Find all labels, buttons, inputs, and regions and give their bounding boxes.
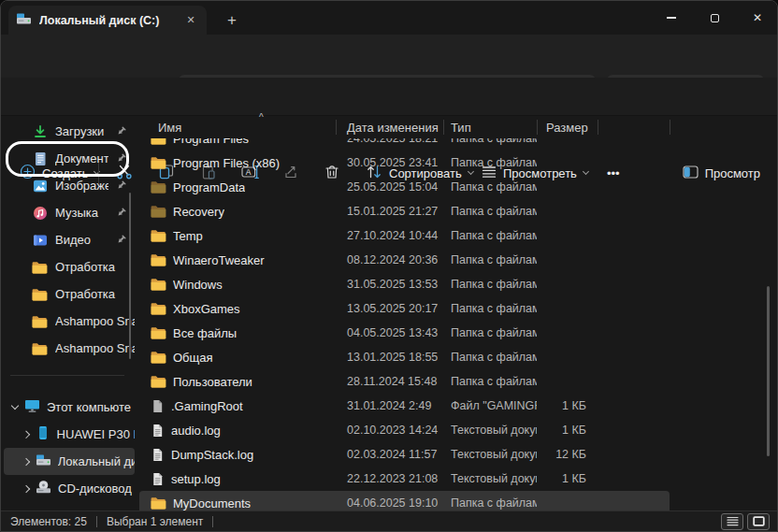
file-row[interactable]: Recovery15.01.2025 21:27Папка с файлами: [139, 199, 670, 223]
file-size: 1 КБ: [537, 424, 598, 437]
folder-icon: [151, 180, 166, 194]
sort-ascending-caret: ^: [259, 112, 264, 122]
sidebar-item-отработка[interactable]: Отработка: [4, 253, 135, 280]
file-name: Windows: [173, 278, 223, 292]
sidebar-item-label: Изображени: [55, 179, 108, 193]
sidebar-item-label: Ashampoo Snap: [55, 341, 135, 355]
list-scrollbar[interactable]: [767, 286, 770, 456]
file-name: Общая: [173, 351, 213, 365]
file-type: Папка с файлами: [443, 156, 537, 169]
sidebar-item-label: Загрузки: [55, 124, 108, 138]
sidebar-scrollbar[interactable]: [129, 193, 131, 359]
file-date: 25.05.2025 15:04: [336, 180, 443, 194]
file-date: 15.01.2025 21:27: [336, 205, 443, 218]
pin-icon: [116, 153, 126, 164]
sidebar-item-label: Музыка: [55, 206, 108, 220]
tab-close-icon[interactable]: ✕: [182, 12, 199, 29]
file-type: Файл "GAMINGR...: [443, 399, 537, 412]
view-toggles: [721, 513, 770, 530]
file-name-cell: Windows: [139, 278, 336, 292]
column-header-0[interactable]: Имя: [139, 121, 336, 135]
sidebar-item-label: Отработка: [55, 287, 135, 301]
tree-item-huawei-p30-p[interactable]: HUAWEI P30 P: [4, 421, 135, 448]
thumbnail-view-button[interactable]: [747, 513, 770, 530]
folder-icon: [151, 253, 166, 266]
file-row[interactable]: Program Files (x86)30.05.2025 23:41Папка…: [139, 151, 670, 175]
file-name: MyDocuments: [173, 496, 251, 510]
file-date: 30.05.2025 23:41: [336, 156, 443, 169]
file-row[interactable]: XboxGames13.05.2025 20:17Папка с файлами: [139, 296, 670, 321]
sidebar-item-отработка[interactable]: Отработка: [4, 280, 135, 308]
tree-item-cd-дисковод[interactable]: CD-дисковод: [4, 475, 135, 502]
sidebar-item-музыка[interactable]: Музыка: [4, 199, 135, 226]
file-date: 08.12.2024 20:36: [336, 253, 443, 266]
file-row[interactable]: DumpStack.log02.03.2024 11:57Текстовый д…: [139, 442, 670, 467]
sidebar: ЗагрузкиДокументыИзображениМузыкаВидеоОт…: [1, 116, 137, 512]
tree-item-локальный-ди[interactable]: Локальный ди: [4, 448, 135, 475]
items-count: Элементов: 25: [10, 515, 87, 528]
file-size: 1 КБ: [537, 472, 598, 485]
cd-icon: [36, 480, 51, 497]
file-name: Temp: [173, 229, 203, 243]
file-row[interactable]: Все файлы04.05.2025 13:43Папка с файлами: [139, 321, 670, 345]
sidebar-item-ashampoo-snap[interactable]: Ashampoo Snap: [4, 335, 135, 362]
sidebar-item-загрузки[interactable]: Загрузки: [4, 118, 135, 145]
explorer-window: Локальный диск (C:) ✕ + ✕ ← → ↑ Этот ком…: [0, 0, 778, 532]
minimize-icon: [667, 17, 676, 19]
selection-count: Выбран 1 элемент: [107, 515, 203, 528]
file-row[interactable]: audio.log02.10.2023 14:24Текстовый докум…: [139, 418, 670, 442]
file-row[interactable]: setup.log22.12.2023 21:08Текстовый докум…: [139, 467, 670, 491]
file-name-cell: audio.log: [139, 424, 336, 438]
tab-title: Локальный диск (C:): [39, 14, 175, 27]
file-name-cell: XboxGames: [139, 302, 336, 316]
column-header-1[interactable]: Дата изменения: [336, 121, 443, 135]
file-size: 12 КБ: [537, 448, 598, 461]
file-row[interactable]: .GamingRoot31.01.2024 2:49Файл "GAMINGR.…: [139, 394, 670, 418]
tab-local-disk[interactable]: Локальный диск (C:) ✕: [8, 6, 207, 35]
sidebar-item-документы[interactable]: Документы: [4, 145, 135, 172]
tree-item-label: CD-дисковод: [58, 482, 132, 496]
sidebar-item-ashampoo-snap[interactable]: Ashampoo Snap: [4, 308, 135, 335]
pin-icon: [116, 235, 126, 245]
folder-icon: [151, 326, 166, 339]
file-name: XboxGames: [173, 302, 240, 316]
chevron-right-icon[interactable]: [22, 457, 30, 465]
file-row[interactable]: Temp27.10.2024 10:44Папка с файлами: [139, 223, 670, 248]
pin-icon: [116, 180, 126, 191]
chevron-down-icon[interactable]: [11, 402, 19, 410]
navigation-bar: ← → ↑ Этот компьютерЛокальный диск (C:): [1, 35, 778, 78]
file-name: audio.log: [171, 424, 221, 438]
minimize-button[interactable]: [650, 1, 693, 35]
maximize-button[interactable]: [693, 1, 736, 35]
file-row[interactable]: Общая13.01.2025 18:55Папка с файлами: [139, 345, 670, 369]
folder-icon: [151, 302, 166, 315]
tree-item-этот-компьюте[interactable]: Этот компьюте: [4, 394, 135, 421]
column-separator[interactable]: [443, 120, 444, 135]
chevron-right-icon[interactable]: [22, 430, 30, 438]
file-row[interactable]: Пользователи28.11.2024 15:48Папка с файл…: [139, 369, 670, 394]
details-view-button[interactable]: [721, 513, 743, 530]
status-bar: Элементов: 25 Выбран 1 элемент: [1, 510, 778, 531]
status-divider: [96, 516, 97, 527]
file-row[interactable]: Windows31.05.2025 13:53Папка с файлами: [139, 272, 670, 296]
close-button[interactable]: ✕: [736, 1, 778, 35]
textfile-icon: [151, 472, 165, 486]
folder-icon: [151, 351, 166, 364]
column-header-3[interactable]: Размер: [537, 121, 598, 135]
column-separator[interactable]: [670, 120, 670, 135]
sidebar-item-изображени[interactable]: Изображени: [4, 172, 135, 199]
column-separator[interactable]: [336, 120, 337, 135]
file-list: Program Files24.05.2025 18:21Папка с фай…: [139, 116, 777, 510]
file-name-cell: DumpStack.log: [139, 448, 336, 462]
file-row[interactable]: ProgramData25.05.2025 15:04Папка с файла…: [139, 175, 670, 199]
file-type: Текстовый докум...: [443, 472, 537, 485]
status-divider: [212, 516, 213, 527]
column-separator[interactable]: [537, 120, 538, 135]
column-header-2[interactable]: Тип: [443, 121, 537, 135]
new-tab-button[interactable]: +: [220, 8, 244, 33]
column-separator[interactable]: [598, 120, 598, 135]
file-row[interactable]: WinaeroTweaker08.12.2024 20:36Папка с фа…: [139, 248, 670, 272]
chevron-right-icon[interactable]: [22, 484, 30, 492]
folder-icon: [32, 261, 48, 274]
sidebar-item-видео[interactable]: Видео: [4, 226, 135, 253]
